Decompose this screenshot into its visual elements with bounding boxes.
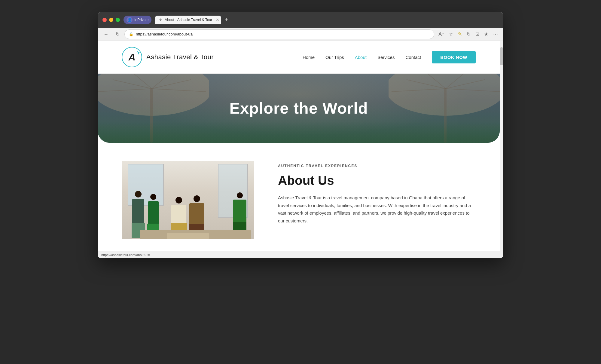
split-view-button[interactable]: ⊡: [474, 30, 481, 38]
nav-our-trips[interactable]: Our Trips: [325, 55, 344, 60]
refresh-button[interactable]: ↻: [113, 30, 122, 38]
minimize-button[interactable]: [109, 18, 113, 22]
url-display: https://ashasietour.com/about-us/: [136, 32, 430, 36]
maximize-button[interactable]: [116, 18, 120, 22]
logo-area: A ✈ Ashasie Travel & Tour: [122, 47, 214, 67]
site-nav: Home Our Trips About Services Contact BO…: [303, 51, 476, 63]
about-title: About Us: [278, 173, 476, 188]
new-tab-button[interactable]: +: [222, 16, 230, 24]
hero-title: Explore the World: [230, 99, 368, 117]
scrollbar[interactable]: [500, 41, 503, 251]
about-image-area: [122, 161, 254, 239]
active-tab[interactable]: ✈ About - Ashasie Travel & Tour ✕: [155, 16, 221, 24]
close-button[interactable]: [102, 18, 107, 22]
about-description: Ashasie Travel & Tour is a travel manage…: [278, 194, 476, 225]
inprivate-label: InPrivate: [134, 18, 148, 22]
nav-services[interactable]: Services: [377, 55, 395, 60]
reader-mode-button[interactable]: A↑: [437, 30, 446, 38]
profile-icon: 👤: [127, 17, 133, 23]
status-url: https://ashasietour.com/about-us/: [101, 253, 150, 257]
nav-about[interactable]: About: [355, 55, 367, 60]
toolbar-actions: A↑ ☆ ✎ ↻ ⊡ ★ ⋯: [437, 30, 500, 38]
browser-window: 👤 InPrivate ✈ About - Ashasie Travel & T…: [98, 12, 503, 258]
pinned-favorites-button[interactable]: ★: [482, 30, 490, 38]
table: [167, 233, 209, 239]
about-image: [122, 161, 254, 239]
about-content: AUTHENTIC TRAVEL EXPERIENCES About Us As…: [278, 161, 476, 225]
collections-button[interactable]: ✎: [456, 30, 464, 38]
back-button[interactable]: ←: [101, 30, 111, 38]
plane-icon: ✈: [136, 49, 141, 56]
site-name: Ashasie Travel & Tour: [146, 53, 214, 61]
book-now-button[interactable]: BOOK NOW: [432, 51, 476, 63]
tab-title: About - Ashasie Travel & Tour: [165, 18, 212, 22]
inprivate-badge: 👤 InPrivate: [124, 16, 151, 24]
hero-section: Explore the World: [98, 74, 500, 143]
nav-contact[interactable]: Contact: [405, 55, 421, 60]
tab-favicon: ✈: [159, 18, 162, 22]
sync-button[interactable]: ↻: [465, 30, 472, 38]
title-bar: 👤 InPrivate ✈ About - Ashasie Travel & T…: [98, 12, 503, 28]
logo-icon: A ✈: [122, 47, 142, 67]
nav-home[interactable]: Home: [303, 55, 315, 60]
favorites-button[interactable]: ☆: [447, 30, 455, 38]
scrollbar-thumb[interactable]: [500, 47, 503, 65]
hero-ground: [98, 122, 500, 143]
address-bar[interactable]: 🔒 https://ashasietour.com/about-us/: [124, 29, 434, 39]
person-3: [170, 197, 188, 233]
lock-icon: 🔒: [129, 32, 133, 36]
more-options-button[interactable]: ⋯: [491, 30, 500, 38]
about-section: AUTHENTIC TRAVEL EXPERIENCES About Us As…: [98, 143, 500, 251]
traffic-lights: [102, 18, 120, 22]
status-bar: https://ashasietour.com/about-us/: [98, 251, 503, 258]
section-tag: AUTHENTIC TRAVEL EXPERIENCES: [278, 164, 476, 168]
browser-toolbar: ← ↻ 🔒 https://ashasietour.com/about-us/ …: [98, 28, 503, 41]
website-content: A ✈ Ashasie Travel & Tour Home Our Trips…: [98, 41, 500, 251]
logo-letter: A: [128, 52, 135, 63]
tab-bar: ✈ About - Ashasie Travel & Tour ✕ +: [155, 16, 499, 24]
tab-close-button[interactable]: ✕: [216, 17, 219, 22]
site-header: A ✈ Ashasie Travel & Tour Home Our Trips…: [98, 41, 500, 74]
